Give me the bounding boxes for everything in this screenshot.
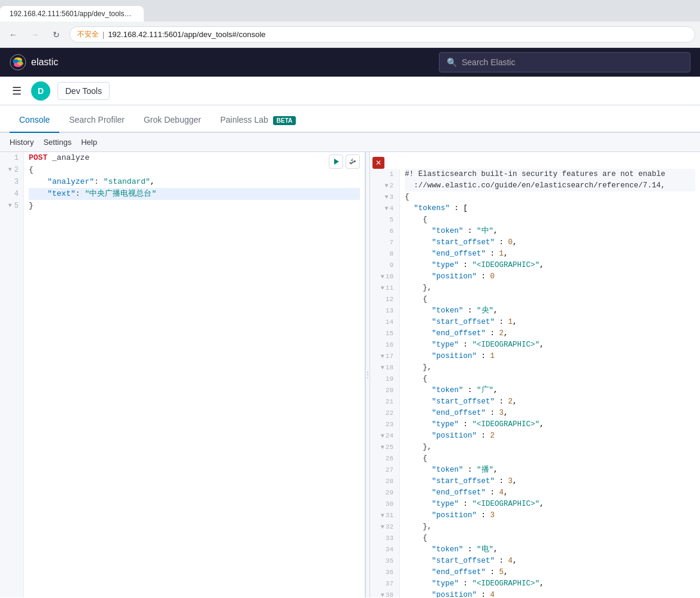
code-line-3: "analyzer": "standard", bbox=[29, 176, 360, 188]
app-subheader: ☰ D Dev Tools bbox=[0, 77, 700, 105]
code-line-4: "text": "中央广播电视总台" bbox=[29, 188, 360, 200]
close-output-button[interactable]: ✕ bbox=[372, 157, 384, 169]
ln-5: ▼5 bbox=[5, 200, 19, 212]
oln-6: 6 bbox=[374, 226, 396, 237]
dev-tools-button[interactable]: Dev Tools bbox=[57, 82, 110, 100]
out-line-30: "position" : 3 bbox=[405, 510, 695, 521]
run-button[interactable] bbox=[329, 154, 343, 169]
oln-36: 36 bbox=[374, 567, 396, 578]
oln-25: ▼25 bbox=[374, 442, 396, 453]
oln-4: ▼4 bbox=[374, 203, 396, 214]
tab-grok-debugger[interactable]: Grok Debugger bbox=[134, 108, 211, 133]
out-line-15: "type" : "<IDEOGRAPHIC>", bbox=[405, 339, 695, 351]
oln-35: 35 bbox=[374, 555, 396, 567]
out-line-11: { bbox=[405, 294, 695, 305]
oln-3: ▼3 bbox=[374, 192, 396, 203]
search-bar-container: 🔍 Search Elastic bbox=[439, 52, 690, 72]
search-bar[interactable]: 🔍 Search Elastic bbox=[439, 52, 690, 72]
svg-point-5 bbox=[17, 62, 23, 65]
history-button[interactable]: History bbox=[10, 135, 34, 149]
out-line-10: }, bbox=[405, 283, 695, 294]
oln-16: 16 bbox=[374, 339, 396, 351]
oln-5: 5 bbox=[374, 214, 396, 226]
oln-22: 22 bbox=[374, 408, 396, 419]
oln-7: 7 bbox=[374, 237, 396, 248]
tab-search-profiler[interactable]: Search Profiler bbox=[59, 108, 134, 133]
elastic-logo-text: elastic bbox=[31, 57, 58, 68]
oln-26: 26 bbox=[374, 453, 396, 465]
output-panel: ✕ 1 ▼2 ▼3 ▼4 5 6 7 8 9 ▼10 ▼11 12 13 bbox=[370, 152, 700, 597]
out-line-14: "end_offset" : 2, bbox=[405, 328, 695, 339]
oln-38: ▼38 bbox=[374, 590, 396, 597]
out-line-19: "token" : "广", bbox=[405, 385, 695, 396]
reload-button[interactable]: ↻ bbox=[48, 26, 65, 43]
out-line-20: "start_offset" : 2, bbox=[405, 396, 695, 408]
code-line-5: } bbox=[29, 200, 360, 212]
tab-painless-lab[interactable]: Painless Lab BETA bbox=[211, 108, 306, 133]
oln-17: ▼17 bbox=[374, 351, 396, 362]
resize-handle[interactable]: ⋮ bbox=[365, 152, 370, 597]
code-line-2: { bbox=[29, 164, 360, 176]
svg-marker-6 bbox=[334, 159, 339, 165]
out-line-16: "position" : 1 bbox=[405, 351, 695, 362]
main-content: 1 ▼2 3 4 ▼5 POST _analyze { "analyzer": … bbox=[0, 152, 700, 597]
beta-badge: BETA bbox=[273, 116, 296, 125]
help-button[interactable]: Help bbox=[81, 135, 97, 149]
search-placeholder: Search Elastic bbox=[462, 57, 515, 67]
out-line-26: "token" : "播", bbox=[405, 465, 695, 476]
out-line-8: "type" : "<IDEOGRAPHIC>", bbox=[405, 260, 695, 271]
security-warning: 不安全 bbox=[77, 29, 99, 40]
address-bar[interactable]: 不安全 | 192.168.42.111:5601/app/dev_tools#… bbox=[69, 26, 695, 43]
out-line-3: "tokens" : [ bbox=[405, 203, 695, 214]
out-line-32: { bbox=[405, 533, 695, 544]
oln-11: ▼11 bbox=[374, 283, 396, 294]
out-line-24: }, bbox=[405, 442, 695, 453]
elastic-logo: elastic bbox=[10, 54, 58, 71]
code-line-1: POST _analyze bbox=[29, 152, 360, 164]
user-avatar: D bbox=[31, 81, 50, 101]
ln-4: 4 bbox=[5, 188, 19, 200]
ln-3: 3 bbox=[5, 176, 19, 188]
oln-2: ▼2 bbox=[374, 180, 396, 192]
hamburger-button[interactable]: ☰ bbox=[10, 82, 24, 100]
tab-console[interactable]: Console bbox=[10, 108, 59, 133]
out-line-4: { bbox=[405, 214, 695, 226]
oln-20: 20 bbox=[374, 385, 396, 396]
back-button[interactable]: ← bbox=[5, 26, 22, 43]
oln-32: ▼32 bbox=[374, 521, 396, 533]
out-line-23: "position" : 2 bbox=[405, 430, 695, 442]
out-line-36: "type" : "<IDEOGRAPHIC>", bbox=[405, 578, 695, 590]
oln-14: 14 bbox=[374, 317, 396, 328]
oln-34: 34 bbox=[374, 544, 396, 555]
output-code-area: 1 ▼2 ▼3 ▼4 5 6 7 8 9 ▼10 ▼11 12 13 14 15 bbox=[370, 169, 700, 597]
oln-23: 23 bbox=[374, 419, 396, 430]
nav-tabs: Console Search Profiler Grok Debugger Pa… bbox=[0, 105, 700, 133]
out-line-13: "start_offset" : 1, bbox=[405, 317, 695, 328]
out-line-18: { bbox=[405, 374, 695, 385]
browser-chrome: 192.168.42.111:5601/app/dev_tools#/conso… bbox=[0, 0, 700, 48]
out-line-28: "end_offset" : 4, bbox=[405, 487, 695, 499]
oln-10: ▼10 bbox=[374, 271, 396, 283]
out-line-29: "type" : "<IDEOGRAPHIC>", bbox=[405, 499, 695, 510]
out-line-12: "token" : "央", bbox=[405, 305, 695, 317]
browser-tab[interactable]: 192.168.42.111:5601/app/dev_tools#/conso… bbox=[0, 6, 144, 22]
out-line-25: { bbox=[405, 453, 695, 465]
oln-18: ▼18 bbox=[374, 362, 396, 374]
output-line-numbers: 1 ▼2 ▼3 ▼4 5 6 7 8 9 ▼10 ▼11 12 13 14 15 bbox=[370, 169, 400, 597]
out-line-33: "token" : "电", bbox=[405, 544, 695, 555]
oln-9: 9 bbox=[374, 260, 396, 271]
out-line-22: "type" : "<IDEOGRAPHIC>", bbox=[405, 419, 695, 430]
oln-29: 29 bbox=[374, 487, 396, 499]
oln-31: ▼31 bbox=[374, 510, 396, 521]
out-line-37: "position" : 4 bbox=[405, 590, 695, 597]
settings-button[interactable]: Settings bbox=[43, 135, 71, 149]
forward-button[interactable]: → bbox=[26, 26, 43, 43]
wrench-button[interactable] bbox=[346, 154, 360, 169]
out-line-cont: ://www.elastic.co/guide/en/elasticsearch… bbox=[405, 180, 695, 192]
toolbar: History Settings Help bbox=[0, 133, 700, 152]
out-line-35: "end_offset" : 5, bbox=[405, 567, 695, 578]
editor-content: 1 ▼2 3 4 ▼5 POST _analyze { "analyzer": … bbox=[0, 152, 365, 597]
output-code-content: #! Elasticsearch built-in security featu… bbox=[400, 169, 700, 597]
oln-30: 30 bbox=[374, 499, 396, 510]
editor-actions bbox=[329, 154, 360, 169]
